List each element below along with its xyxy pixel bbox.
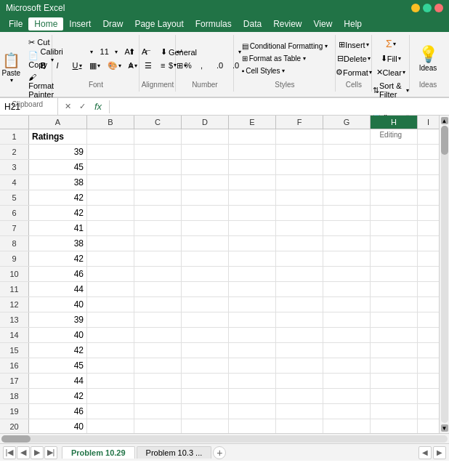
cell-A17[interactable]: 44 [29,374,87,388]
hscroll-right-btn[interactable]: ▶ [433,446,446,459]
cell-D11[interactable] [182,282,229,297]
cell-D18[interactable] [182,389,229,403]
col-header-B[interactable]: B [87,116,134,129]
cell-H3[interactable] [371,160,418,174]
cell-C18[interactable] [134,389,182,403]
cell-C19[interactable] [134,404,182,419]
cell-I20[interactable] [418,419,439,433]
cell-D8[interactable] [182,236,229,251]
cell-H19[interactable] [371,404,418,419]
cell-G3[interactable] [323,160,371,174]
cell-E19[interactable] [229,404,276,419]
cell-B3[interactable] [87,160,134,174]
cancel-formula-button[interactable]: ✕ [61,100,74,113]
cell-G13[interactable] [323,312,371,327]
cell-ref-box[interactable]: H21 [0,98,58,115]
cell-H15[interactable] [371,343,418,358]
cell-A6[interactable]: 42 [29,206,87,220]
formula-input[interactable] [110,98,449,115]
cell-H12[interactable] [371,297,418,312]
cell-D16[interactable] [182,358,229,373]
cell-F2[interactable] [276,145,323,159]
cell-I12[interactable] [418,297,439,312]
font-name-select[interactable]: Calibri ▾ [38,46,96,57]
accounting-button[interactable]: $▾ [166,60,180,71]
cell-C4[interactable] [134,175,182,190]
cell-A12[interactable]: 40 [29,297,87,312]
cell-I19[interactable] [418,404,439,419]
cell-F14[interactable] [276,328,323,342]
cell-C14[interactable] [134,328,182,342]
cell-H14[interactable] [371,328,418,342]
cell-C6[interactable] [134,206,182,220]
cell-B9[interactable] [87,251,134,266]
menu-item-formulas[interactable]: Formulas [190,17,238,31]
cell-E2[interactable] [229,145,276,159]
cell-G1[interactable] [323,129,371,144]
cell-G12[interactable] [323,297,371,312]
cell-I18[interactable] [418,389,439,403]
cell-B6[interactable] [87,206,134,220]
cell-H13[interactable] [371,312,418,327]
cell-D15[interactable] [182,343,229,358]
row-header-5[interactable]: 5 [0,190,29,205]
bold-button[interactable]: B [38,60,52,71]
cell-B8[interactable] [87,236,134,251]
vscroll-down-button[interactable]: ▼ [441,424,448,432]
cell-I7[interactable] [418,221,439,235]
menu-item-view[interactable]: View [308,17,339,31]
row-header-18[interactable]: 18 [0,389,29,403]
cell-I13[interactable] [418,312,439,327]
cell-E18[interactable] [229,389,276,403]
cell-A5[interactable]: 42 [29,190,87,205]
cell-H5[interactable] [371,190,418,205]
cell-A20[interactable]: 40 [29,419,87,433]
cell-I1[interactable] [418,129,439,144]
cell-E11[interactable] [229,282,276,297]
menu-item-data[interactable]: Data [238,17,267,31]
menu-item-file[interactable]: File [3,17,28,31]
cell-G5[interactable] [323,190,371,205]
cell-C10[interactable] [134,267,182,281]
align-left-button[interactable]: ≡ [126,60,140,71]
row-header-12[interactable]: 12 [0,297,29,312]
cell-H16[interactable] [371,358,418,373]
menu-item-draw[interactable]: Draw [97,17,129,31]
cell-D20[interactable] [182,419,229,433]
cell-G19[interactable] [323,404,371,419]
cell-B20[interactable] [87,419,134,433]
cell-D1[interactable] [182,129,229,144]
cell-D3[interactable] [182,160,229,174]
cell-C11[interactable] [134,282,182,297]
sheet-nav-prev[interactable]: ◀ [17,446,30,459]
cell-C3[interactable] [134,160,182,174]
cell-F12[interactable] [276,297,323,312]
vscroll-thumb[interactable] [441,126,448,155]
cell-F5[interactable] [276,190,323,205]
cell-G8[interactable] [323,236,371,251]
cell-F10[interactable] [276,267,323,281]
cell-G7[interactable] [323,221,371,235]
cell-C7[interactable] [134,221,182,235]
font-size-select[interactable]: 11 ▾ [97,46,121,57]
cell-F7[interactable] [276,221,323,235]
cell-E3[interactable] [229,160,276,174]
number-format-select[interactable]: General ▾ [166,47,244,58]
cell-B12[interactable] [87,297,134,312]
cell-E9[interactable] [229,251,276,266]
cell-H1[interactable] [371,129,418,144]
cell-H2[interactable] [371,145,418,159]
cell-H8[interactable] [371,236,418,251]
cell-B15[interactable] [87,343,134,358]
cell-D17[interactable] [182,374,229,388]
menu-item-help[interactable]: Help [338,17,368,31]
cell-I3[interactable] [418,160,439,174]
cell-F3[interactable] [276,160,323,174]
comma-button[interactable]: , [198,60,212,71]
cell-I15[interactable] [418,343,439,358]
cell-E10[interactable] [229,267,276,281]
autosum-button[interactable]: Σ ▾ [383,36,399,51]
row-header-11[interactable]: 11 [0,282,29,297]
row-header-7[interactable]: 7 [0,221,29,235]
cell-D2[interactable] [182,145,229,159]
